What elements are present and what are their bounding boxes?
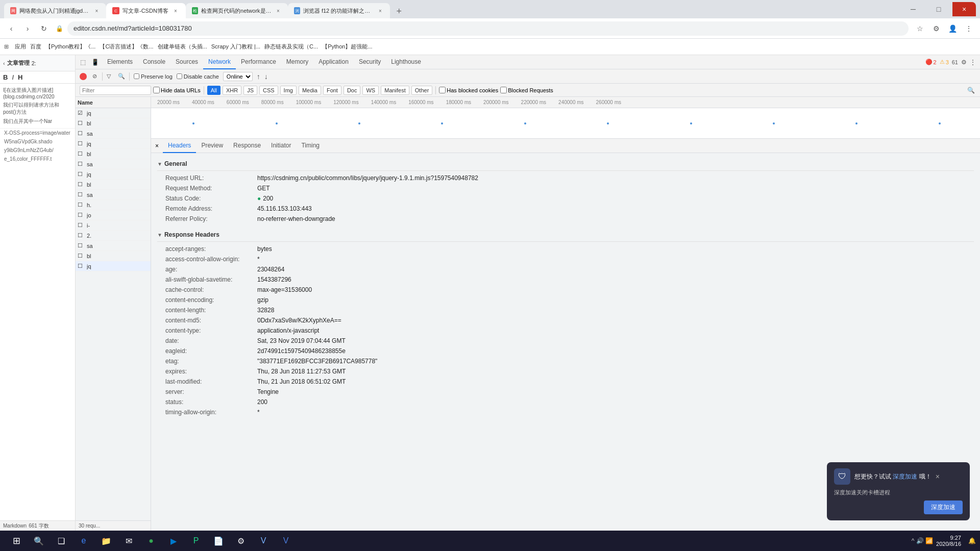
request-item-4[interactable]: ☐bl: [76, 149, 151, 159]
search-icon[interactable]: 🔍: [118, 73, 125, 80]
details-close-button[interactable]: ×: [153, 140, 161, 152]
record-button[interactable]: [80, 73, 87, 80]
filter-font[interactable]: Font: [323, 86, 341, 95]
disable-cache-label[interactable]: Disable cache: [177, 73, 219, 80]
filter-js[interactable]: JS: [243, 86, 257, 95]
blocked-cookies-label[interactable]: Has blocked cookies: [439, 87, 498, 93]
request-item-7[interactable]: ☐bl: [76, 180, 151, 190]
tab-lighthouse[interactable]: Lighthouse: [386, 55, 426, 69]
filter-other[interactable]: Other: [411, 86, 433, 95]
tab-3[interactable]: 检 检查网页代码的network是什么... ×: [186, 3, 288, 18]
devtools-more-icon[interactable]: ⋮: [970, 59, 976, 66]
filter-input[interactable]: [80, 86, 151, 95]
details-tab-preview[interactable]: Preview: [196, 139, 228, 153]
tab-2[interactable]: C 写文章-CSDN博客 ×: [106, 3, 186, 18]
bookmark-apps[interactable]: 应用: [15, 43, 26, 51]
account-button[interactable]: 👤: [945, 21, 960, 36]
filter-doc[interactable]: Doc: [344, 86, 361, 95]
bookmark-c[interactable]: 【C语言描述】《数...: [100, 43, 153, 51]
tab-application[interactable]: Application: [313, 55, 354, 69]
devtools-settings-icon[interactable]: ⚙: [961, 59, 967, 66]
filter-css[interactable]: CSS: [259, 86, 278, 95]
details-tab-response[interactable]: Response: [228, 139, 266, 153]
filter-icon[interactable]: ▽: [107, 73, 114, 80]
forward-button[interactable]: ›: [20, 21, 35, 36]
request-item-0[interactable]: ☑jq: [76, 108, 151, 118]
request-item-9[interactable]: ☐h.: [76, 200, 151, 210]
bookmark-baidu[interactable]: 百度: [30, 43, 41, 51]
disable-cache-checkbox[interactable]: [177, 73, 182, 79]
request-item-5[interactable]: ☐sa: [76, 159, 151, 169]
request-item-2[interactable]: ☐sa: [76, 129, 151, 139]
details-tab-timing[interactable]: Timing: [296, 139, 325, 153]
address-input[interactable]: [67, 21, 909, 36]
bookmark-star-button[interactable]: ☆: [913, 21, 927, 36]
notif-action-button[interactable]: 深度加速: [924, 500, 963, 514]
request-item-12[interactable]: ☐2.: [76, 231, 151, 241]
menu-button[interactable]: ⋮: [962, 21, 976, 36]
back-arrow-icon[interactable]: ‹: [3, 60, 5, 66]
tab-performance[interactable]: Performance: [236, 55, 281, 69]
tab-sources[interactable]: Sources: [170, 55, 203, 69]
preserve-log-label[interactable]: Preserve log: [134, 73, 173, 80]
preserve-log-checkbox[interactable]: [134, 73, 139, 79]
request-item-8[interactable]: ☐sa: [76, 190, 151, 200]
upload-icon[interactable]: ↑: [257, 72, 260, 81]
hide-data-urls-label[interactable]: Hide data URLs: [153, 87, 201, 93]
tab-close-4[interactable]: ×: [377, 7, 384, 15]
bookmark-python2[interactable]: 【Python】超强能...: [322, 43, 372, 51]
tab-console[interactable]: Console: [138, 55, 170, 69]
maximize-button[interactable]: □: [927, 2, 950, 16]
article-item-0[interactable]: X-OSS-process=image/water: [0, 129, 75, 137]
blocked-cookies-checkbox[interactable]: [439, 87, 446, 93]
tab-security[interactable]: Security: [354, 55, 386, 69]
article-item-1[interactable]: W5naGVpdGk.shado: [0, 137, 75, 146]
request-item-10[interactable]: ☐jo: [76, 210, 151, 220]
heading-button[interactable]: H: [18, 73, 22, 81]
bookmark-python[interactable]: 【Python教程】《...: [45, 43, 95, 51]
filter-xhr[interactable]: XHR: [223, 86, 241, 95]
throttle-select[interactable]: Online: [223, 72, 253, 81]
hide-data-urls-checkbox[interactable]: [153, 87, 160, 93]
details-tab-headers[interactable]: Headers: [163, 139, 196, 153]
blocked-requests-checkbox[interactable]: [500, 87, 507, 93]
devtools-device-icon[interactable]: 📱: [90, 57, 100, 67]
tab-network[interactable]: Network: [203, 55, 236, 69]
request-item-13[interactable]: ☐sa: [76, 241, 151, 251]
tab-close-2[interactable]: ×: [172, 7, 180, 15]
search-right-icon[interactable]: 🔍: [966, 87, 976, 94]
tab-1[interactable]: 网 网络爬虫从入门到精通jgdabc_夏... ×: [4, 3, 106, 18]
tab-memory[interactable]: Memory: [281, 55, 313, 69]
bold-button[interactable]: B: [3, 73, 8, 81]
italic-button[interactable]: I: [12, 73, 14, 81]
request-item-3[interactable]: ☐jq: [76, 139, 151, 149]
download-icon[interactable]: ↓: [264, 72, 268, 81]
tab-close-1[interactable]: ×: [93, 7, 100, 15]
request-item-14[interactable]: ☐bl: [76, 251, 151, 261]
reload-button[interactable]: ↻: [37, 21, 51, 36]
bookmark-static[interactable]: 静态链表及实现（C...: [264, 43, 318, 51]
request-item-15[interactable]: ☐jq: [76, 261, 151, 271]
notif-close-button[interactable]: ×: [936, 472, 940, 481]
details-tab-initiator[interactable]: Initiator: [266, 139, 296, 153]
article-item-2[interactable]: y9ibG9nLmNzZG4ub/: [0, 146, 75, 155]
filter-all[interactable]: All: [207, 86, 220, 95]
request-item-11[interactable]: ☐i-: [76, 220, 151, 231]
filter-media[interactable]: Media: [299, 86, 321, 95]
bookmark-linklist[interactable]: 创建单链表（头插...: [158, 43, 207, 51]
notif-link[interactable]: 深度加速: [893, 473, 917, 480]
bookmark-scrapy[interactable]: Scrapy 入门教程 |...: [211, 43, 260, 51]
extensions-button[interactable]: ⚙: [929, 21, 943, 36]
request-url-value[interactable]: https://csdnimg.cn/public/common/libs/jq…: [257, 174, 478, 182]
filter-manifest[interactable]: Manifest: [381, 86, 409, 95]
request-item-6[interactable]: ☐jq: [76, 169, 151, 180]
tab-4[interactable]: 浏 浏览器 f12 的功能详解之Netwo... ×: [288, 3, 390, 18]
request-item-1[interactable]: ☐bl: [76, 118, 151, 129]
filter-ws[interactable]: WS: [362, 86, 379, 95]
clear-button[interactable]: ⊘: [91, 73, 98, 80]
filter-img[interactable]: Img: [280, 86, 297, 95]
minimize-button[interactable]: ─: [901, 2, 925, 16]
blocked-requests-label[interactable]: Blocked Requests: [500, 87, 553, 93]
new-tab-button[interactable]: +: [392, 4, 406, 18]
back-button[interactable]: ‹: [4, 21, 18, 36]
